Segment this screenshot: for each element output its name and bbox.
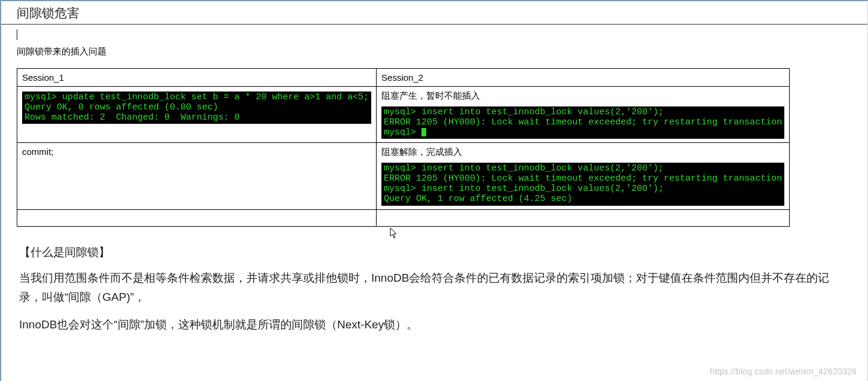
blocking-note: 阻塞产生，暂时不能插入	[381, 90, 784, 102]
empty-cell	[17, 209, 377, 226]
title-divider	[1, 24, 867, 25]
table-row: commit; 阻塞解除，完成插入 mysql> insert into tes…	[17, 143, 790, 209]
cell-session1-step1: mysql> update test_innodb_lock set b = a…	[17, 87, 377, 143]
terminal-output: mysql> insert into test_innodb_lock valu…	[381, 163, 784, 205]
terminal-output: mysql> insert into test_innodb_lock valu…	[381, 106, 784, 139]
session-table: Session_1 Session_2 mysql> update test_i…	[17, 68, 790, 227]
cell-session2-step2: 阻塞解除，完成插入 mysql> insert into test_innodb…	[377, 143, 790, 209]
subtitle: 间隙锁带来的插入问题	[17, 46, 852, 57]
header-session-1: Session_1	[17, 69, 377, 87]
paragraph: 当我们用范围条件而不是相等条件检索数据，并请求共享或排他锁时，InnoDB会给符…	[19, 269, 852, 307]
page-title: 间隙锁危害	[1, 1, 867, 24]
watermark: https://blog.csdn.net/weixin_42620326	[710, 367, 857, 376]
unblocked-note: 阻塞解除，完成插入	[381, 147, 784, 158]
header-session-2: Session_2	[377, 69, 790, 87]
paragraph: InnoDB也会对这个“间隙”加锁，这种锁机制就是所谓的间隙锁（Next-Key…	[19, 315, 852, 334]
cell-session2-step1: 阻塞产生，暂时不能插入 mysql> insert into test_inno…	[377, 87, 790, 143]
section-heading: 【什么是间隙锁】	[19, 245, 852, 260]
cell-session1-step2: commit;	[17, 143, 377, 209]
table-row-empty	[17, 209, 790, 226]
empty-cell	[377, 209, 790, 226]
table-header-row: Session_1 Session_2	[17, 69, 790, 87]
content-area: 间隙锁带来的插入问题 Session_1 Session_2 mysql> up…	[1, 28, 867, 334]
terminal-text: mysql> insert into test_innodb_lock valu…	[384, 107, 782, 138]
table-row: mysql> update test_innodb_lock set b = a…	[17, 87, 790, 143]
terminal-cursor-icon	[421, 128, 426, 136]
text-caret	[17, 29, 17, 40]
document-frame: 间隙锁危害 间隙锁带来的插入问题 Session_1 Session_2 mys…	[0, 0, 868, 381]
text-caret-line	[17, 28, 852, 41]
terminal-output: mysql> update test_innodb_lock set b = a…	[22, 92, 371, 124]
commit-text: commit;	[22, 147, 54, 157]
